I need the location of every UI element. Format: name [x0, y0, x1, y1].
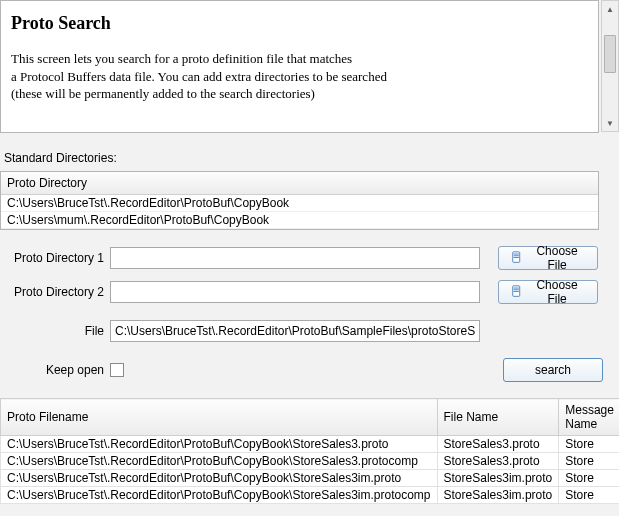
- standard-directories-table: Proto Directory C:\Users\BruceTst\.Recor…: [0, 171, 599, 230]
- svg-rect-3: [514, 257, 519, 258]
- col-file-name[interactable]: File Name: [437, 399, 559, 436]
- file-label: File: [4, 324, 110, 338]
- description-scrollbar[interactable]: ▲ ▼: [601, 0, 619, 132]
- svg-rect-5: [514, 288, 519, 289]
- svg-rect-2: [514, 255, 519, 256]
- file-icon: [511, 285, 523, 299]
- proto-dir2-input[interactable]: [110, 281, 480, 303]
- scroll-track[interactable]: [602, 17, 618, 115]
- col-proto-filename[interactable]: Proto Filename: [1, 399, 438, 436]
- std-dir-column-header[interactable]: Proto Directory: [1, 172, 598, 195]
- page-title: Proto Search: [11, 13, 588, 34]
- svg-rect-6: [514, 289, 519, 290]
- description-text: This screen lets you search for a proto …: [11, 50, 588, 103]
- keep-open-label: Keep open: [4, 363, 110, 377]
- choose-file-button-2[interactable]: Choose File: [498, 280, 598, 304]
- choose-file-label: Choose File: [529, 278, 585, 306]
- svg-rect-7: [514, 291, 519, 292]
- table-row[interactable]: C:\Users\BruceTst\.RecordEditor\ProtoBuf…: [1, 195, 598, 212]
- file-input[interactable]: [110, 320, 480, 342]
- keep-open-checkbox[interactable]: [110, 363, 124, 377]
- scroll-thumb[interactable]: [604, 35, 616, 73]
- search-button-label: search: [535, 363, 571, 377]
- scroll-up-icon[interactable]: ▲: [602, 1, 618, 17]
- proto-dir1-input[interactable]: [110, 247, 480, 269]
- table-row[interactable]: C:\Users\BruceTst\.RecordEditor\ProtoBuf…: [1, 487, 620, 504]
- table-row[interactable]: C:\Users\BruceTst\.RecordEditor\ProtoBuf…: [1, 470, 620, 487]
- scroll-down-icon[interactable]: ▼: [602, 115, 618, 131]
- col-message-name[interactable]: Message Name: [559, 399, 619, 436]
- file-icon: [511, 251, 523, 265]
- choose-file-label: Choose File: [529, 244, 585, 272]
- proto-dir1-label: Proto Directory 1: [4, 251, 110, 265]
- table-row[interactable]: C:\Users\BruceTst\.RecordEditor\ProtoBuf…: [1, 453, 620, 470]
- table-row[interactable]: C:\Users\BruceTst\.RecordEditor\ProtoBuf…: [1, 436, 620, 453]
- search-button[interactable]: search: [503, 358, 603, 382]
- svg-rect-1: [514, 254, 519, 255]
- form-area: Proto Directory 1 Choose File Proto Dire…: [4, 246, 619, 382]
- table-row[interactable]: C:\Users\mum\.RecordEditor\ProtoBuf\Copy…: [1, 212, 598, 229]
- proto-dir2-label: Proto Directory 2: [4, 285, 110, 299]
- results-table: Proto Filename File Name Message Name C:…: [0, 398, 619, 504]
- description-pane: Proto Search This screen lets you search…: [0, 0, 599, 133]
- standard-directories-label: Standard Directories:: [4, 151, 619, 165]
- choose-file-button-1[interactable]: Choose File: [498, 246, 598, 270]
